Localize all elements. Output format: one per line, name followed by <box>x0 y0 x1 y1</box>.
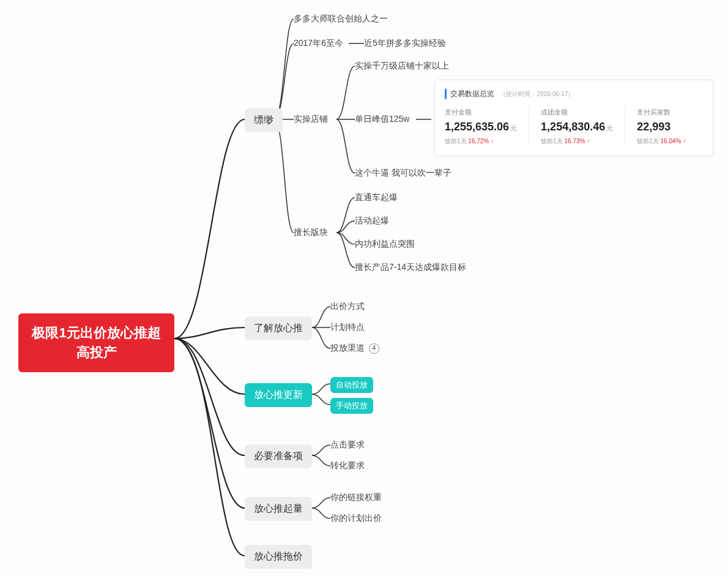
label: 实操店铺 <box>294 114 328 124</box>
node-zb1[interactable]: 点击要求 <box>330 439 365 451</box>
label: 必要准备项 <box>254 451 303 461</box>
card-subtitle: （统计时间：2020-06-17） <box>500 91 574 97</box>
root-text: 极限1元出价放心推超高投产 <box>32 325 160 360</box>
label: 2017年6至今 <box>294 38 343 48</box>
card-title-text: 交易数据总览 <box>450 89 494 98</box>
label: 擅长产品7-14天达成爆款目标 <box>355 262 466 272</box>
label: 计划特点 <box>330 322 365 332</box>
node-5years[interactable]: 近5年拼多多实操经验 <box>364 38 446 49</box>
label: 内功利益点突围 <box>355 239 415 249</box>
arrow-up-icon: ↑ <box>683 138 686 144</box>
label: 放心推起量 <box>254 503 303 514</box>
label: 实操千万级店铺十家以上 <box>355 61 449 70</box>
label: 了解放心推 <box>254 323 303 333</box>
label: 近5年拼多多实操经验 <box>364 38 446 48</box>
delta-prefix: 较前1天 <box>445 138 467 144</box>
label: 手动投放 <box>336 401 368 410</box>
label: 自动投放 <box>336 380 368 389</box>
delta-value: 16.04% <box>661 138 682 144</box>
node-s4[interactable]: 擅长产品7-14天达成爆款目标 <box>355 262 466 273</box>
label: 放心推更新 <box>254 389 303 400</box>
node-gengxin[interactable]: 放心推更新 <box>245 383 312 407</box>
root-node[interactable]: 极限1元出价放心推超高投产 <box>18 313 174 372</box>
node-lj2[interactable]: 计划特点 <box>330 322 365 333</box>
stat-col-3: 支付买家数 22,993 较前1天 16.04% ↑ <box>637 108 686 146</box>
node-piaomiao[interactable]: 缥缈 <box>245 108 283 132</box>
label: 这个牛逼 我可以吹一辈子 <box>355 168 451 178</box>
stat-value: 1,254,830.46 <box>541 121 605 133</box>
arrow-up-icon: ↑ <box>491 138 494 144</box>
label: 擅长版块 <box>294 227 328 237</box>
node-ql2[interactable]: 你的计划出价 <box>330 513 382 524</box>
label: 单日峰值125w <box>355 114 409 124</box>
node-tuojia[interactable]: 放心推拖价 <box>245 545 312 569</box>
label: 放心推拖价 <box>254 551 303 561</box>
node-liaojie[interactable]: 了解放心推 <box>245 316 312 340</box>
node-10shops[interactable]: 实操千万级店铺十家以上 <box>355 61 449 72</box>
delta-value: 16.72% <box>468 138 489 144</box>
stat-col-1: 支付金额 1,255,635.06元 较前1天 16.72% ↑ <box>445 108 529 146</box>
label: 你的计划出价 <box>330 513 382 523</box>
label: 你的链接权重 <box>330 492 382 502</box>
arrow-up-icon: ↑ <box>587 138 590 144</box>
stat-value: 1,255,635.06 <box>445 121 509 133</box>
stat-value: 22,993 <box>637 121 670 133</box>
delta-prefix: 较前1天 <box>637 138 659 144</box>
node-gx2[interactable]: 手动投放 <box>330 398 373 414</box>
delta-value: 16.73% <box>564 138 585 144</box>
label: 多多大师联合创始人之一 <box>294 13 388 23</box>
node-lj3[interactable]: 投放渠道 4 <box>330 343 379 354</box>
node-cofounder[interactable]: 多多大师联合创始人之一 <box>294 13 388 24</box>
stat-label: 支付金额 <box>445 108 517 117</box>
stat-label: 支付买家数 <box>637 108 686 117</box>
label: 转化要求 <box>330 460 365 470</box>
label: 点击要求 <box>330 439 365 449</box>
label: 出价方式 <box>330 301 365 311</box>
stat-label: 成团金额 <box>541 108 613 117</box>
node-s3[interactable]: 内功利益点突围 <box>355 239 415 250</box>
node-qiliang[interactable]: 放心推起量 <box>245 497 312 521</box>
label: 活动起爆 <box>355 215 389 225</box>
label: 直通车起爆 <box>355 192 398 202</box>
card-title: 交易数据总览 （统计时间：2020-06-17） <box>445 89 702 99</box>
node-shop[interactable]: 实操店铺 <box>294 114 328 125</box>
node-s2[interactable]: 活动起爆 <box>355 215 389 226</box>
badge-count-icon: 4 <box>369 343 379 354</box>
delta-prefix: 较前1天 <box>541 138 563 144</box>
node-gx1[interactable]: 自动投放 <box>330 377 373 393</box>
stat-unit: 元 <box>510 124 517 132</box>
node-lj1[interactable]: 出价方式 <box>330 301 365 312</box>
label: 缥缈 <box>254 114 273 125</box>
node-zb2[interactable]: 转化要求 <box>330 460 365 471</box>
stats-card: 交易数据总览 （统计时间：2020-06-17） 支付金额 1,255,635.… <box>434 80 713 156</box>
node-skills[interactable]: 擅长版块 <box>294 227 328 238</box>
node-2017[interactable]: 2017年6至今 <box>294 38 343 49</box>
label: 投放渠道 <box>330 343 365 353</box>
stat-col-2: 成团金额 1,254,830.46元 较前1天 16.73% ↑ <box>541 108 625 146</box>
node-brag[interactable]: 这个牛逼 我可以吹一辈子 <box>355 168 451 179</box>
node-ql1[interactable]: 你的链接权重 <box>330 492 382 503</box>
node-peak125w[interactable]: 单日峰值125w <box>355 114 409 125</box>
node-zhunbei[interactable]: 必要准备项 <box>245 444 312 468</box>
stat-unit: 元 <box>606 124 613 132</box>
node-s1[interactable]: 直通车起爆 <box>355 192 398 203</box>
